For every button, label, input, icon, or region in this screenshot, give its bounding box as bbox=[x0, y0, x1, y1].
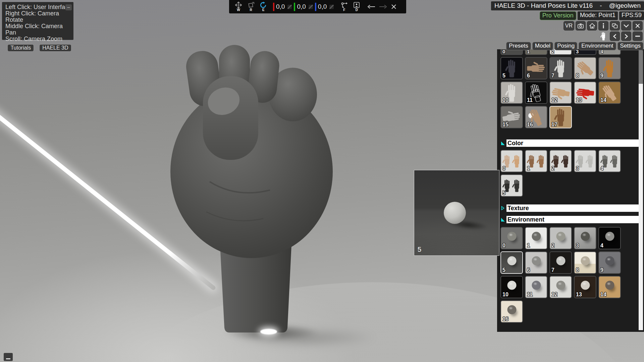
info-button[interactable] bbox=[598, 21, 608, 31]
environment-thumb[interactable]: 2 bbox=[549, 227, 572, 249]
close-app-button[interactable] bbox=[633, 21, 643, 31]
thumbnail-number: 5 bbox=[502, 267, 505, 273]
hand-icon bbox=[599, 32, 607, 41]
environment-section-title: Environment bbox=[506, 216, 544, 223]
environment-thumb[interactable]: 13 bbox=[574, 276, 596, 298]
preset-thumb[interactable]: 14 bbox=[598, 81, 621, 104]
color-section-header[interactable]: Color bbox=[499, 139, 639, 147]
axis-lock-icon[interactable] bbox=[329, 5, 334, 9]
tutorials-button[interactable]: Tutorials bbox=[7, 44, 34, 52]
default-view-button[interactable]: D bbox=[352, 2, 361, 12]
home-button[interactable] bbox=[587, 21, 597, 31]
tab-presets[interactable]: Presets bbox=[506, 42, 531, 50]
environment-thumb[interactable]: 16 bbox=[500, 300, 523, 323]
next-button[interactable] bbox=[621, 32, 631, 41]
environment-sphere bbox=[556, 256, 565, 265]
color-section-title: Color bbox=[506, 140, 523, 147]
preset-thumb[interactable]: 9 bbox=[598, 57, 621, 79]
axis-lock-icon[interactable] bbox=[287, 5, 292, 9]
color-thumb[interactable]: 0 bbox=[500, 150, 523, 172]
help-minimize-button[interactable]: – bbox=[65, 4, 72, 10]
environment-thumb[interactable]: 14 bbox=[598, 276, 621, 298]
color-thumb[interactable]: 3 bbox=[574, 150, 596, 172]
help-line: Scroll: Camera Zoom bbox=[5, 36, 73, 42]
expand-triangle bbox=[499, 204, 506, 212]
viewport-minimize-button[interactable] bbox=[4, 353, 13, 361]
collapse-button[interactable] bbox=[621, 21, 631, 31]
fist-model[interactable] bbox=[169, 38, 337, 333]
haele-3d-button[interactable]: HAELE 3D bbox=[39, 44, 71, 52]
move-key-label: W bbox=[237, 8, 240, 12]
preset-thumb[interactable]: 10 bbox=[500, 81, 523, 104]
axis-lock-icon[interactable] bbox=[309, 5, 313, 9]
environment-thumb[interactable]: 7 bbox=[549, 251, 572, 274]
environment-thumb[interactable]: 11 bbox=[525, 276, 547, 298]
axis-value-field-1[interactable]: 0,0 bbox=[294, 3, 306, 11]
hand-cursor-button[interactable] bbox=[598, 32, 608, 41]
axis-value-field-0[interactable]: 0,0 bbox=[273, 3, 285, 11]
prev-button[interactable] bbox=[610, 32, 620, 41]
preset-thumb[interactable]: 5 bbox=[500, 57, 523, 79]
preview-sphere bbox=[444, 202, 466, 224]
preset-thumb[interactable]: 15 bbox=[500, 106, 523, 128]
preset-thumb[interactable]: 6 bbox=[525, 57, 547, 79]
color-thumb[interactable]: 2 bbox=[549, 150, 572, 172]
redo-arrow-icon[interactable] bbox=[379, 4, 387, 9]
preset-thumb[interactable]: 13 bbox=[574, 81, 596, 104]
preset-thumb[interactable]: 8 bbox=[574, 57, 596, 79]
mode-badge: Mode: Point1 bbox=[578, 11, 618, 20]
preset-thumb[interactable]: 12 bbox=[549, 81, 572, 104]
preset-thumb[interactable]: 16 bbox=[525, 106, 547, 128]
environment-thumb[interactable]: 0 bbox=[500, 227, 523, 249]
panel-scrollbar-thumb[interactable] bbox=[639, 50, 643, 84]
environment-thumb[interactable]: 6 bbox=[525, 251, 547, 274]
environment-sphere bbox=[532, 232, 541, 241]
environment-sphere bbox=[605, 256, 614, 265]
scale-tool-button[interactable]: R bbox=[246, 2, 256, 12]
environment-thumb[interactable]: 12 bbox=[549, 276, 572, 298]
thumbnail-number: 12 bbox=[551, 97, 557, 103]
color-grid: 012345 bbox=[500, 150, 623, 197]
tab-environment[interactable]: Environment bbox=[579, 42, 616, 50]
tab-posing[interactable]: Posing bbox=[554, 42, 577, 50]
environment-thumb[interactable]: 9 bbox=[598, 251, 621, 274]
environment-thumb[interactable]: 4 bbox=[598, 227, 621, 249]
preset-thumb[interactable]: 11 bbox=[525, 81, 547, 104]
texture-section-title: Texture bbox=[506, 205, 529, 212]
environment-thumb[interactable]: 5 bbox=[500, 251, 523, 274]
preset-thumb[interactable]: 7 bbox=[549, 57, 572, 79]
axis-value-field-2[interactable]: 0,0 bbox=[315, 3, 327, 11]
color-thumb[interactable]: 5 bbox=[500, 174, 523, 197]
duplicate-button[interactable] bbox=[610, 21, 620, 31]
close-toolbar-icon[interactable] bbox=[391, 4, 396, 9]
texture-section-header[interactable]: Texture bbox=[499, 204, 639, 212]
panel-scrollbar[interactable] bbox=[639, 50, 643, 330]
axis-value: 0,0 bbox=[318, 3, 327, 10]
tab-model[interactable]: Model bbox=[532, 42, 553, 50]
preset-thumb[interactable]: 17 bbox=[549, 106, 572, 128]
undo-arrow-icon[interactable] bbox=[368, 4, 376, 9]
color-thumb[interactable]: 1 bbox=[525, 150, 547, 172]
screenshot-button[interactable] bbox=[576, 21, 586, 31]
minimize-panel-button[interactable] bbox=[633, 32, 643, 41]
rotate-tool-button[interactable]: E bbox=[259, 2, 268, 12]
color-thumb[interactable]: 4 bbox=[598, 150, 621, 172]
environment-sphere bbox=[581, 232, 590, 241]
chevron-down-icon bbox=[624, 24, 629, 27]
focus-tool-button[interactable]: F bbox=[339, 2, 349, 12]
tab-settings[interactable]: Settings bbox=[618, 42, 643, 50]
hand-thumbnail-icon bbox=[552, 59, 569, 77]
environment-thumb[interactable]: 3 bbox=[574, 227, 596, 249]
environment-section-header[interactable]: Environment bbox=[499, 216, 639, 223]
environment-thumb[interactable]: 1 bbox=[525, 227, 547, 249]
transform-toolbar: W R E 0,00,00,0 F bbox=[229, 0, 406, 13]
environment-thumb[interactable]: 8 bbox=[574, 251, 596, 274]
hand-thumbnail-icon bbox=[609, 152, 620, 170]
thumbnail-number: 7 bbox=[551, 73, 554, 79]
chevron-right-icon bbox=[625, 34, 628, 39]
move-tool-button[interactable]: W bbox=[234, 2, 243, 12]
environment-sphere bbox=[556, 232, 565, 241]
vr-button[interactable]: VR bbox=[564, 21, 574, 31]
environment-thumb[interactable]: 10 bbox=[500, 276, 523, 298]
thumbnail-number: 8 bbox=[576, 73, 579, 79]
